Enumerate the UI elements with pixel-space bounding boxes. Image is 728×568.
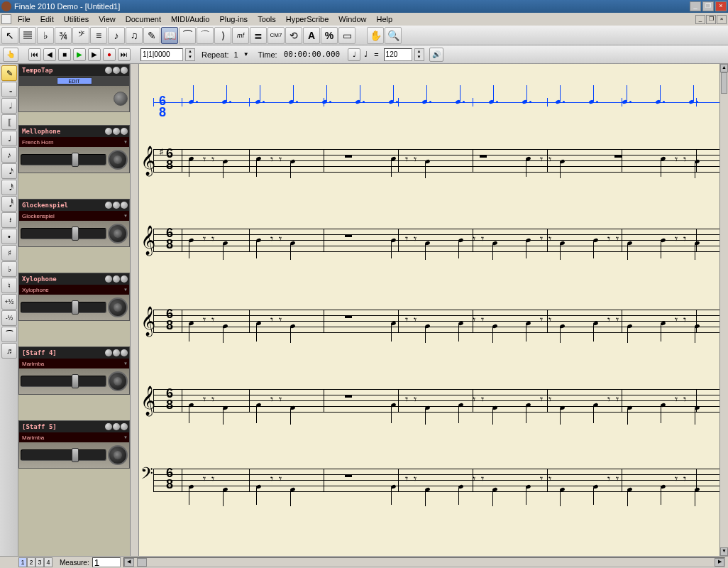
play-button[interactable]: ▶ [73,48,86,61]
scroll-left-arrow-icon[interactable]: ◀ [124,558,134,567]
volume-slider[interactable] [21,449,106,461]
record-enable-button[interactable] [105,423,112,430]
menu-document[interactable]: Document [121,14,166,24]
solo-button[interactable] [113,67,120,74]
hscroll-thumb[interactable] [137,558,147,567]
chord-tool[interactable]: CM7 [268,27,285,44]
mute-button[interactable] [121,275,128,283]
menu-window[interactable]: Window [333,14,371,24]
speedy-entry-tool[interactable]: ✎ [143,27,160,44]
vertical-scrollbar[interactable]: ▲ ▼ [719,64,728,556]
half-step-down-icon[interactable]: -½ [1,310,17,326]
page-layout-tool[interactable]: ▭ [338,27,355,44]
stop-button[interactable]: ■ [58,48,71,61]
patch-selector[interactable]: Marimba▼ [19,359,129,368]
measure-tool[interactable]: ≡ [90,27,107,44]
fast-forward-button[interactable]: ⏭ [118,48,131,61]
layer-4-button[interactable]: 4 [44,557,53,567]
solo-button[interactable] [113,128,120,135]
pan-knob[interactable] [114,92,128,106]
solo-button[interactable] [113,349,120,356]
mute-button[interactable] [121,423,128,430]
staff[interactable]: 𝄞68𝄾𝄾𝄾𝄾𝄾𝄾𝄾𝄾𝄾𝄾𝄾𝄾𝄾𝄾 [139,310,719,332]
menu-tools[interactable]: Tools [253,14,281,24]
patch-selector[interactable]: Marimba▼ [19,432,129,442]
patch-selector[interactable]: Glockenspiel▼ [19,211,129,221]
mdi-minimize-button[interactable]: _ [695,15,705,24]
edit-button[interactable]: EDIT [57,77,92,84]
scroll-down-arrow-icon[interactable]: ▼ [720,547,728,556]
audio-settings-button[interactable]: 🔊 [429,48,443,62]
key-sig-tool[interactable]: ♭ [37,27,54,44]
flat-icon[interactable]: ♭ [1,261,17,277]
repeat-tool[interactable]: ⟲ [285,27,302,44]
simple-entry-tool[interactable]: ♪ [108,27,125,44]
mute-button[interactable] [121,128,128,135]
record-button[interactable]: ● [103,48,116,61]
scroll-up-arrow-icon[interactable]: ▲ [720,64,728,72]
hand-grabber-tool[interactable]: ✋ [367,27,384,44]
scroll-right-arrow-icon[interactable]: ▶ [715,558,724,567]
step-forward-button[interactable]: ▶ [88,48,101,61]
menu-hyperscribe[interactable]: HyperScribe [281,14,334,24]
record-enable-button[interactable] [105,128,112,135]
clef-tool[interactable]: 𝄢 [72,27,89,44]
horizontal-scrollbar[interactable]: ◀ ▶ [123,557,725,567]
record-enable-button[interactable] [105,67,112,74]
bracket-icon[interactable]: ⟦ [1,114,17,130]
half-step-up-icon[interactable]: +½ [1,294,17,310]
close-button[interactable]: × [715,1,727,11]
natural-icon[interactable]: ♮ [1,278,17,293]
pan-knob[interactable] [108,224,128,244]
sixteenth-note-icon[interactable]: 𝅘𝅥𝅯 [1,163,17,179]
mute-button[interactable] [121,202,128,209]
hyperscribe-tool[interactable]: 📖 [161,27,178,44]
thirtysecond-note-icon[interactable]: 𝅘𝅥𝅰 [1,180,17,195]
step-back-button[interactable]: ◀ [43,48,56,61]
expression-tool[interactable]: ⟩ [214,27,231,44]
pan-knob[interactable] [108,150,128,170]
menu-help[interactable]: Help [371,14,397,24]
staff[interactable]: 𝄞♯68𝄾𝄾𝄾𝄾𝄾𝄾𝄾𝄾𝄾𝄾 [139,149,719,172]
tempo-note-button[interactable]: ♩ [348,48,360,61]
minimize-button[interactable]: _ [690,1,701,11]
layer-2-button[interactable]: 2 [27,557,35,567]
lyrics-tool[interactable]: ≣ [250,27,267,44]
volume-slider[interactable] [21,376,106,387]
score-view[interactable]: 68𝄞♯68𝄾𝄾𝄾𝄾𝄾𝄾𝄾𝄾𝄾𝄾𝄞68𝄾𝄾𝄾𝄾𝄾𝄾𝄾𝄾𝄾𝄾𝄾𝄾𝄾𝄾𝄞68𝄾𝄾𝄾𝄾… [131,64,728,556]
mdi-icon[interactable] [1,14,11,24]
staff[interactable]: 68 [139,91,719,114]
rest-icon[interactable]: 𝄽 [1,212,17,228]
quarter-note-icon[interactable]: ♩ [1,131,17,146]
selection-tool[interactable]: ↖ [1,27,18,44]
pan-knob[interactable] [108,445,128,465]
tempo-spinner[interactable]: ▲▼ [414,48,424,61]
volume-slider[interactable] [21,228,106,239]
menu-plugins[interactable]: Plug-ins [214,14,253,24]
record-enable-button[interactable] [105,202,112,209]
measure-field[interactable] [92,557,121,567]
sharp-icon[interactable]: ♯ [1,245,17,261]
menu-view[interactable]: View [94,14,121,24]
staff-tool[interactable] [19,27,36,44]
layer-1-button[interactable]: 1 [18,557,27,567]
text-tool[interactable]: A [303,27,320,44]
dynamic-tool[interactable]: mf [232,27,249,44]
sixtyfourth-note-icon[interactable]: 𝅘𝅥𝅱 [1,196,17,212]
rewind-button[interactable]: ⏮ [28,48,41,61]
record-enable-button[interactable] [105,349,112,356]
volume-slider[interactable] [21,154,106,165]
resize-tool[interactable]: % [321,27,338,44]
mute-button[interactable] [121,349,128,356]
layer-3-button[interactable]: 3 [35,557,44,567]
solo-button[interactable] [113,202,120,209]
staff[interactable]: 𝄢68𝄾𝄾𝄾𝄾𝄾𝄾𝄾𝄾𝄾𝄾𝄾𝄾𝄾𝄾 [139,469,719,491]
mute-button[interactable] [121,67,128,74]
menu-edit[interactable]: Edit [35,14,59,24]
pencil-icon[interactable]: ✎ [1,65,17,81]
maximize-button[interactable]: ❐ [702,1,714,11]
half-note-icon[interactable]: 𝅗𝅥 [1,98,17,114]
eighth-note-icon[interactable]: ♪ [1,147,17,163]
solo-button[interactable] [113,423,120,430]
menu-file[interactable]: File [13,14,35,24]
